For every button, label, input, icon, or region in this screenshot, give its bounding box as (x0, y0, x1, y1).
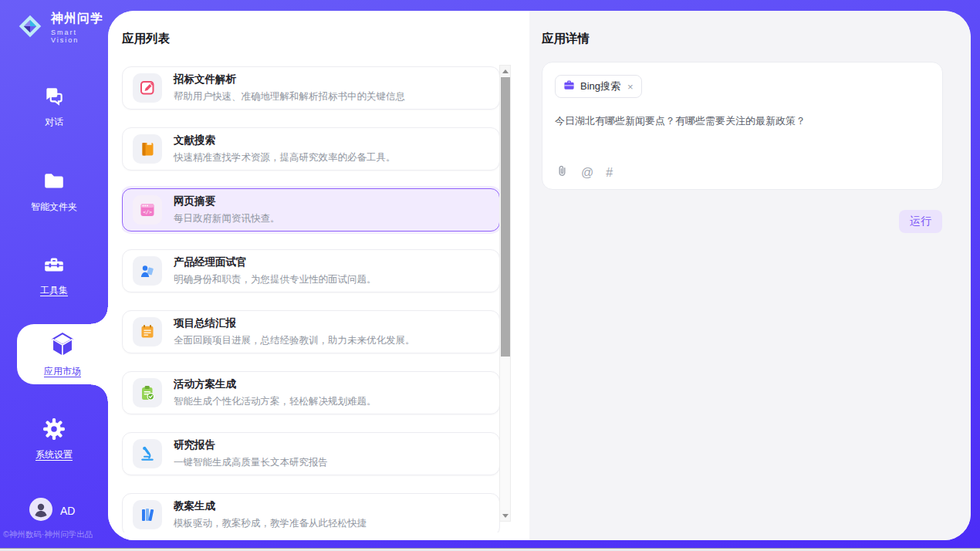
cube-icon (49, 331, 76, 362)
app-card-web-summary[interactable]: </> 网页摘要 每日政府新闻资讯快查。 (122, 188, 500, 232)
interviewer-icon (133, 256, 162, 286)
scroll-up-button[interactable] (500, 66, 510, 76)
app-desc: 一键智能生成高质量长文本研究报告 (174, 456, 328, 469)
app-desc: 明确身份和职责，为您提供专业性的面试问题。 (174, 273, 377, 286)
tool-chip-label: Bing搜索 (580, 79, 620, 93)
app-detail-title: 应用详情 (542, 31, 590, 47)
brand-diamond-icon (15, 12, 45, 44)
app-name: 产品经理面试官 (174, 255, 377, 269)
app-detail-pane: 应用详情 Bing搜索 × 今日湖北有哪些新闻要点？有哪些需要关注的最新政策？ (529, 11, 971, 540)
sidebar-item-smart-folder[interactable]: 智能文件夹 (0, 170, 108, 214)
sidebar-item-label: 系统设置 (35, 448, 73, 461)
app-name: 项目总结汇报 (174, 316, 415, 330)
sidebar-item-toolset[interactable]: 工具集 (0, 253, 108, 297)
prompt-input[interactable]: Bing搜索 × 今日湖北有哪些新闻要点？有哪些需要关注的最新政策？ @ # (542, 62, 943, 190)
avatar (29, 498, 52, 524)
sidebar-item-label: 对话 (45, 116, 63, 129)
app-name: 招标文件解析 (174, 73, 405, 86)
sidebar-item-settings[interactable]: 系统设置 (0, 417, 108, 461)
app-card-bid-document-parse[interactable]: 招标文件解析 帮助用户快速、准确地理解和解析招标书中的关键信息 (122, 66, 500, 110)
chat-icon (42, 85, 66, 111)
sidebar-item-chat[interactable]: 对话 (0, 85, 108, 129)
browser-code-icon: </> (133, 195, 162, 225)
memo-icon (133, 317, 162, 346)
app-desc: 每日政府新闻资讯快查。 (174, 212, 280, 225)
app-list-pane: 应用列表 招标文件解析 帮助用户快速、准确地理解和解析招标书中的关键信息 (108, 11, 529, 540)
app-name: 教案生成 (174, 499, 367, 513)
prompt-text: 今日湖北有哪些新闻要点？有哪些需要关注的最新政策？ (555, 113, 930, 129)
app-desc: 模板驱动，教案秒成，教学准备从此轻松快捷 (174, 517, 367, 530)
user-name: AD (60, 505, 75, 517)
app-card-event-plan[interactable]: 活动方案生成 智能生成个性化活动方案，轻松解决规划难题。 (122, 371, 500, 414)
book-icon (133, 134, 162, 164)
sidebar: 神州问学 Smart Vision 对话 智能文件夹 (0, 0, 108, 551)
microscope-icon (133, 439, 162, 468)
attachment-icon[interactable] (556, 164, 569, 181)
books-icon (133, 500, 162, 529)
hashtag-icon[interactable]: # (606, 166, 613, 180)
app-desc: 智能生成个性化活动方案，轻松解决规划难题。 (174, 395, 377, 408)
brand-logo: 神州问学 Smart Vision (15, 11, 108, 44)
edit-document-icon (133, 73, 162, 103)
app-card-research-report[interactable]: 研究报告 一键智能生成高质量长文本研究报告 (122, 432, 500, 475)
toolbox-icon (42, 253, 66, 279)
tool-chip-bing-search[interactable]: Bing搜索 × (555, 75, 642, 98)
app-name: 研究报告 (174, 438, 328, 452)
scrollbar-thumb[interactable] (501, 77, 510, 357)
brand-name: 神州问学 (51, 11, 108, 27)
arrow-down-icon (502, 514, 509, 518)
app-desc: 全面回顾项目进展，总结经验教训，助力未来优化发展。 (174, 334, 415, 347)
sidebar-item-label: 工具集 (40, 284, 68, 297)
brand-subtitle: Smart Vision (51, 29, 108, 44)
app-list-title: 应用列表 (122, 31, 170, 47)
svg-text:</>: </> (143, 209, 152, 215)
app-name: 文献搜索 (174, 134, 396, 147)
briefcase-icon (563, 79, 575, 94)
run-button[interactable]: 运行 (899, 210, 942, 233)
sidebar-item-label: 智能文件夹 (31, 201, 77, 214)
arrow-up-icon (502, 69, 509, 73)
sidebar-item-label: 应用市场 (44, 365, 81, 378)
app-card-literature-search[interactable]: 文献搜索 快速精准查找学术资源，提高研究效率的必备工具。 (122, 127, 500, 171)
clipboard-check-icon (133, 378, 162, 407)
mention-icon[interactable]: @ (581, 166, 593, 180)
folder-icon (42, 170, 66, 196)
sidebar-item-app-market[interactable]: 应用市场 (17, 324, 108, 384)
app-card-lesson-plan[interactable]: 教案生成 模板驱动，教案秒成，教学准备从此轻松快捷 (122, 493, 500, 532)
main-content: 应用列表 招标文件解析 帮助用户快速、准确地理解和解析招标书中的关键信息 (108, 11, 971, 540)
app-desc: 帮助用户快速、准确地理解和解析招标书中的关键信息 (174, 90, 405, 103)
app-card-project-summary[interactable]: 项目总结汇报 全面回顾项目进展，总结经验教训，助力未来优化发展。 (122, 310, 500, 353)
close-icon[interactable]: × (627, 81, 634, 93)
prompt-toolbar: @ # (556, 164, 613, 181)
app-name: 活动方案生成 (174, 377, 377, 391)
list-scrollbar[interactable] (499, 65, 511, 522)
app-list: 招标文件解析 帮助用户快速、准确地理解和解析招标书中的关键信息 文献搜索 快速精… (122, 66, 500, 532)
gear-icon (42, 417, 66, 444)
app-card-pm-interviewer[interactable]: 产品经理面试官 明确身份和职责，为您提供专业性的面试问题。 (122, 249, 500, 292)
app-name: 网页摘要 (174, 194, 280, 208)
user-profile[interactable]: AD (29, 498, 75, 524)
scroll-down-button[interactable] (500, 510, 510, 521)
app-desc: 快速精准查找学术资源，提高研究效率的必备工具。 (174, 151, 396, 164)
copyright-text: ©神州数码·神州问学出品 (3, 529, 108, 540)
